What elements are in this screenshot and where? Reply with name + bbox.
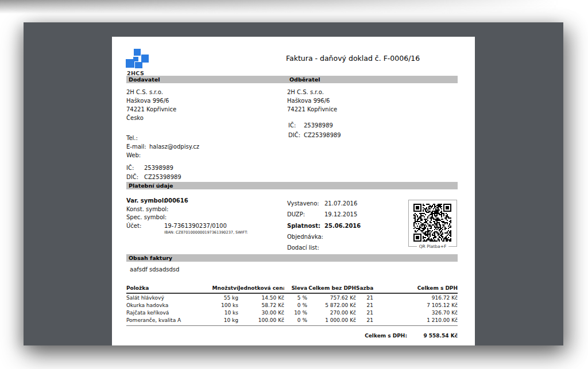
order-row: Objednávka: xyxy=(287,231,361,242)
item-gross: 326.70 Kč xyxy=(373,309,458,316)
field-row: IČ: 25398989 xyxy=(288,121,341,130)
field-label: Konst. symbol: xyxy=(126,205,164,214)
items-table: Položka Množství Jednotková cena Sleva C… xyxy=(126,284,458,326)
field-value: 25398989 xyxy=(304,121,333,130)
customer-ids: IČ: 25398989 DIČ: CZ25398989 xyxy=(288,121,341,140)
column-header: Množství xyxy=(201,284,238,293)
item-name: Rajčata keříková xyxy=(126,309,201,316)
field-label: Web: xyxy=(126,151,149,160)
supplier-street: Haškova 996/6 xyxy=(126,96,176,105)
company-logo-icon xyxy=(126,49,149,68)
field-value: 25.06.2016 xyxy=(324,220,361,231)
supplier-header: Dodavatel xyxy=(126,76,160,83)
item-unit-price: 100.00 Kč xyxy=(238,317,284,326)
item-qty: 10 kg xyxy=(201,317,238,326)
column-header: Položka xyxy=(126,284,201,293)
item-net: 270.00 Kč xyxy=(307,309,356,316)
parties-section-bar: Dodavatel Odběratel xyxy=(126,76,458,83)
item-name: Pomeranče, kvalita A xyxy=(126,317,201,326)
table-row: Salát hlávkový 55 kg 14.50 Kč 5 % 757.62… xyxy=(126,293,458,301)
item-unit-price: 30.00 Kč xyxy=(238,309,284,316)
field-label: Účet: xyxy=(126,222,164,231)
field-label: Var. symbol: xyxy=(126,197,164,205)
field-label: Dodací list: xyxy=(287,242,324,253)
due-date-row: Splatnost: 25.06.2016 xyxy=(287,220,361,231)
field-label: IČ: xyxy=(126,164,144,173)
supplier-name: 2H C.S. s.r.o. xyxy=(126,88,176,96)
supplier-city: 74221 Kopřivnice xyxy=(126,105,176,114)
field-label: IČ: xyxy=(288,121,304,130)
column-header: Celkem s DPH xyxy=(373,284,458,293)
field-row: Tel.: xyxy=(126,134,199,142)
item-unit-price: 14.50 Kč xyxy=(238,293,284,301)
payment-section-bar: Platební údaje xyxy=(126,182,458,189)
var-symbol-row: Var. symbol: 000616 xyxy=(126,197,248,205)
field-label: Spec. symbol: xyxy=(126,213,164,222)
field-label: Vystaveno: xyxy=(287,198,324,209)
payment-details: Var. symbol: 000616 Konst. symbol: Spec.… xyxy=(126,197,248,235)
item-unit-price: 58.72 Kč xyxy=(238,301,284,309)
field-row: DIČ: CZ25398989 xyxy=(288,130,341,140)
item-net: 757.62 Kč xyxy=(307,293,356,301)
customer-city: 74221 Kopřivnice xyxy=(287,105,337,114)
payment-header: Platební údaje xyxy=(126,182,173,189)
qr-payment-box: QR Platba+F xyxy=(408,200,457,247)
field-value: CZ25398989 xyxy=(304,130,341,140)
item-discount: 10 % xyxy=(284,309,307,316)
item-gross: 916.72 Kč xyxy=(373,293,458,301)
field-label: Splatnost: xyxy=(287,220,324,231)
account-number: 19-7361390237/0100 xyxy=(164,222,227,231)
item-qty: 100 ks xyxy=(201,301,238,309)
field-label: DIČ: xyxy=(288,130,304,140)
field-row: E-mail: halasz@odpisy.cz xyxy=(126,142,199,151)
background-shade xyxy=(0,0,588,14)
field-value: 000616 xyxy=(164,197,188,205)
item-net: 1 000.00 Kč xyxy=(307,317,356,326)
item-name: Salát hlávkový xyxy=(126,293,201,301)
item-discount: 0 % xyxy=(284,301,307,309)
issued-row: Vystaveno: 21.07.2016 xyxy=(287,198,361,209)
content-header: Obsah faktury xyxy=(126,255,172,261)
table-row: Rajčata keříková 10 ks 30.00 Kč 10 % 270… xyxy=(126,309,458,316)
supplier-ids: IČ: 25398989 DIČ: CZ25398989 xyxy=(126,164,181,182)
item-gross: 7 105.12 Kč xyxy=(373,301,458,309)
item-gross: 1 210.00 Kč xyxy=(373,317,458,326)
field-row: Spec. symbol: xyxy=(126,213,248,222)
field-label: Tel.: xyxy=(126,134,149,142)
field-label: Objednávka: xyxy=(287,231,324,242)
item-qty: 55 kg xyxy=(201,293,238,301)
field-value: 25398989 xyxy=(144,164,173,173)
item-vat-rate: 21 xyxy=(356,301,373,309)
item-vat-rate: 21 xyxy=(356,317,373,326)
iban-line: IBAN: CZ8701000000197361390237, SWIFT: xyxy=(164,230,248,235)
column-header: Celkem bez DPH xyxy=(307,284,356,293)
column-header: Jednotková cena xyxy=(238,284,284,293)
item-discount: 0 % xyxy=(284,317,307,326)
item-vat-rate: 21 xyxy=(356,293,373,301)
content-section-bar: Obsah faktury xyxy=(126,254,458,262)
email-value: halasz@odpisy.cz xyxy=(149,142,199,151)
column-header: Sazba xyxy=(356,284,373,293)
item-discount: 5 % xyxy=(284,293,307,301)
supplier-contact: Tel.: E-mail: halasz@odpisy.cz Web: xyxy=(126,134,199,160)
field-value: 21.07.2016 xyxy=(324,198,357,209)
column-header: Sleva xyxy=(284,284,307,293)
field-row: Web: xyxy=(126,151,199,160)
invoice-title: Faktura - daňový doklad č. F-0006/16 xyxy=(286,54,420,63)
item-vat-rate: 21 xyxy=(356,309,373,316)
table-row: Okurka hadovka 100 ks 58.72 Kč 0 % 5 872… xyxy=(126,301,458,309)
field-value: 19.12.2015 xyxy=(324,209,357,220)
total-value: 9 558.54 Kč xyxy=(407,333,458,339)
customer-street: Haškova 996/6 xyxy=(287,96,337,105)
company-logo: 2HCS xyxy=(126,49,160,76)
customer-header: Odběratel xyxy=(287,76,320,83)
qr-code-image xyxy=(413,204,451,242)
field-row: IČ: 25398989 xyxy=(126,164,181,173)
invoice-total: Celkem s DPH: 9 558.54 Kč xyxy=(126,333,458,339)
invoice-page: 2HCS Faktura - daňový doklad č. F-0006/1… xyxy=(112,37,475,345)
item-name: Okurka hadovka xyxy=(126,301,201,309)
duzp-row: DUZP: 19.12.2015 xyxy=(287,209,361,220)
table-header-row: Položka Množství Jednotková cena Sleva C… xyxy=(126,284,458,293)
invoice-dates: Vystaveno: 21.07.2016 DUZP: 19.12.2015 S… xyxy=(287,198,361,253)
document-viewer[interactable]: 2HCS Faktura - daňový doklad č. F-0006/1… xyxy=(24,22,563,345)
